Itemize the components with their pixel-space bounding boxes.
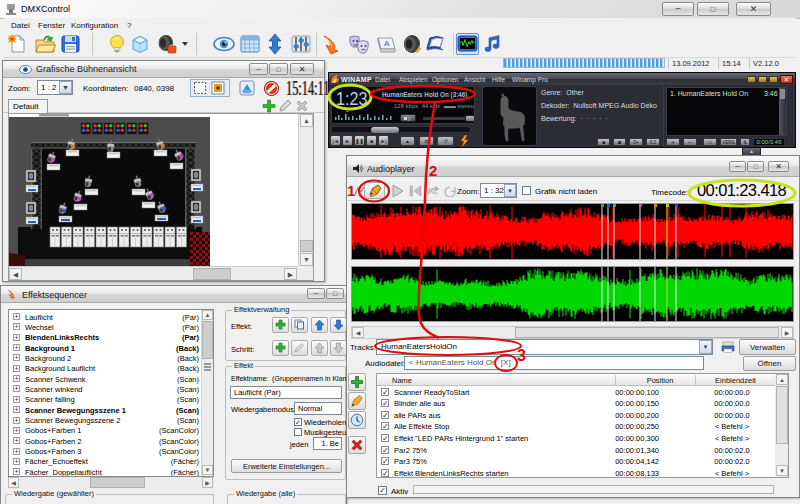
svg-text:A: A — [384, 39, 390, 48]
